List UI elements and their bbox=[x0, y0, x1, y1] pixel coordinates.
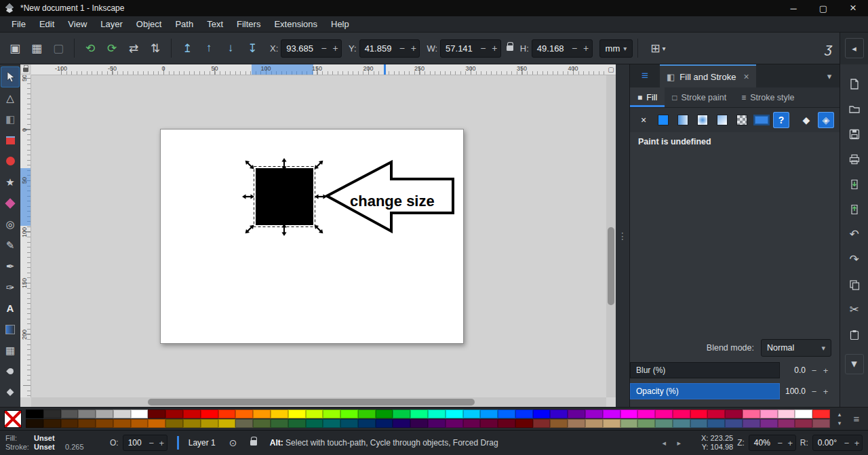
rotation-plus-button[interactable]: + bbox=[852, 438, 862, 448]
status-next-button[interactable]: ▸ bbox=[673, 435, 684, 450]
palette-swatch[interactable] bbox=[620, 419, 638, 428]
lower-button[interactable]: ↓ bbox=[220, 37, 241, 60]
mesh-tool[interactable]: ▦ bbox=[1, 340, 20, 361]
y-plus-button[interactable]: + bbox=[408, 43, 419, 54]
tab-fill[interactable]: ■ Fill bbox=[630, 87, 665, 107]
text-tool[interactable]: A bbox=[1, 298, 20, 319]
tab-stroke-style[interactable]: ≡ Stroke style bbox=[734, 87, 802, 107]
pen-tool[interactable]: ✒ bbox=[1, 256, 20, 277]
menu-layer[interactable]: Layer bbox=[94, 18, 129, 31]
palette-swatch[interactable] bbox=[288, 419, 306, 428]
blur-plus-button[interactable]: + bbox=[820, 365, 831, 376]
h-plus-button[interactable]: + bbox=[580, 43, 592, 54]
scale-handle-se[interactable] bbox=[313, 223, 325, 235]
palette-swatch[interactable] bbox=[235, 410, 253, 418]
x-plus-button[interactable]: + bbox=[330, 43, 341, 54]
w-plus-button[interactable]: + bbox=[489, 43, 500, 54]
x-field[interactable]: 93.685 − + bbox=[281, 39, 342, 58]
palette-swatch[interactable] bbox=[585, 419, 603, 428]
palette-swatch[interactable] bbox=[743, 410, 760, 418]
scale-handle-e[interactable] bbox=[315, 194, 327, 199]
layer-lock-button[interactable] bbox=[245, 435, 262, 451]
palette-swatch[interactable] bbox=[376, 410, 393, 418]
minimize-button[interactable]: ─ bbox=[778, 0, 808, 16]
scale-handle-s[interactable] bbox=[281, 224, 286, 236]
palette-swatch[interactable] bbox=[410, 419, 428, 428]
palette-swatch[interactable] bbox=[183, 410, 201, 418]
palette-swatch[interactable] bbox=[743, 419, 760, 428]
object-opacity-value[interactable]: 100 bbox=[123, 438, 146, 448]
redo-button[interactable]: ↷ bbox=[843, 248, 866, 271]
palette-swatch[interactable] bbox=[340, 419, 358, 428]
palette-swatch[interactable] bbox=[393, 410, 410, 418]
palette-swatch[interactable] bbox=[428, 410, 446, 418]
import-button[interactable] bbox=[843, 173, 866, 195]
palette-swatch[interactable] bbox=[795, 419, 812, 428]
palette-swatch[interactable] bbox=[550, 410, 568, 418]
palette-swatch[interactable] bbox=[253, 419, 271, 428]
menu-help[interactable]: Help bbox=[325, 18, 355, 31]
duplicate-button[interactable] bbox=[843, 273, 866, 296]
gradient-tool[interactable] bbox=[1, 319, 20, 340]
palette-swatch[interactable] bbox=[148, 419, 165, 428]
palette-swatch[interactable] bbox=[288, 410, 306, 418]
close-button[interactable]: × bbox=[838, 0, 868, 16]
palette-swatch[interactable] bbox=[655, 419, 673, 428]
tab-stroke-paint[interactable]: □ Stroke paint bbox=[665, 87, 734, 107]
maximize-button[interactable]: ▢ bbox=[808, 0, 838, 16]
palette-swatch[interactable] bbox=[690, 419, 708, 428]
palette-swatch[interactable] bbox=[550, 419, 568, 428]
palette-swatch[interactable] bbox=[393, 419, 410, 428]
palette-swatch[interactable] bbox=[131, 410, 149, 418]
palette-swatch[interactable] bbox=[673, 419, 690, 428]
palette-swatch[interactable] bbox=[113, 419, 131, 428]
vertical-scrollbar-thumb[interactable] bbox=[608, 227, 614, 305]
palette-swatch[interactable] bbox=[410, 410, 428, 418]
shape-builder-tool[interactable]: ◧ bbox=[1, 108, 20, 130]
palette-swatch[interactable] bbox=[707, 419, 725, 428]
palette-swatch[interactable] bbox=[165, 419, 183, 428]
calligraphy-tool[interactable]: ✑ bbox=[1, 277, 20, 298]
dock-menu-button[interactable]: ▾ bbox=[819, 64, 840, 87]
h-field[interactable]: 49.168 − + bbox=[532, 39, 593, 58]
palette-swatch[interactable] bbox=[637, 419, 655, 428]
menu-file[interactable]: File bbox=[5, 18, 32, 31]
palette-swatch[interactable] bbox=[26, 419, 43, 428]
blur-minus-button[interactable]: − bbox=[808, 365, 820, 376]
palette-swatch[interactable] bbox=[323, 410, 340, 418]
horizontal-scrollbar-thumb[interactable] bbox=[148, 399, 475, 405]
blur-value[interactable]: 0.0 bbox=[780, 365, 808, 375]
w-minus-button[interactable]: − bbox=[477, 43, 489, 54]
palette-none-swatch[interactable] bbox=[4, 410, 22, 428]
blend-mode-select[interactable]: Normal ▾ bbox=[761, 339, 831, 357]
more-commands-button[interactable]: ▾ bbox=[843, 353, 866, 375]
new-document-button[interactable] bbox=[843, 73, 866, 95]
palette-swatch[interactable] bbox=[533, 410, 551, 418]
palette-swatch[interactable] bbox=[760, 419, 778, 428]
palette-swatch[interactable] bbox=[96, 410, 113, 418]
selector-tool[interactable] bbox=[1, 66, 20, 87]
palette-swatch[interactable] bbox=[96, 419, 113, 428]
rotate-cw-button[interactable]: ⟳ bbox=[101, 37, 123, 60]
scaling-options-button[interactable]: ⊞ ▾ bbox=[643, 37, 673, 60]
select-all-button[interactable]: ▣ bbox=[4, 37, 26, 60]
palette-swatch[interactable] bbox=[271, 419, 288, 428]
palette-swatch[interactable] bbox=[725, 410, 743, 418]
horizontal-scrollbar[interactable] bbox=[31, 397, 606, 407]
opacity-minus-button[interactable]: − bbox=[146, 438, 157, 448]
palette-swatch[interactable] bbox=[306, 410, 323, 418]
scale-handle-nw[interactable] bbox=[243, 159, 256, 171]
y-value[interactable]: 41.859 bbox=[360, 43, 397, 54]
palette-swatch[interactable] bbox=[637, 410, 655, 418]
palette-swatch[interactable] bbox=[568, 410, 585, 418]
palette-swatch[interactable] bbox=[165, 410, 183, 418]
palette-swatch[interactable] bbox=[533, 419, 551, 428]
raise-button[interactable]: ↑ bbox=[198, 37, 220, 60]
palette-swatch[interactable] bbox=[515, 410, 533, 418]
rotation-minus-button[interactable]: − bbox=[842, 438, 852, 448]
menu-object[interactable]: Object bbox=[130, 18, 168, 31]
canvas[interactable]: change size bbox=[31, 75, 606, 397]
save-document-button[interactable] bbox=[843, 123, 866, 145]
palette-scroll-down-button[interactable]: ▾ bbox=[834, 419, 845, 427]
menu-text[interactable]: Text bbox=[201, 18, 229, 31]
